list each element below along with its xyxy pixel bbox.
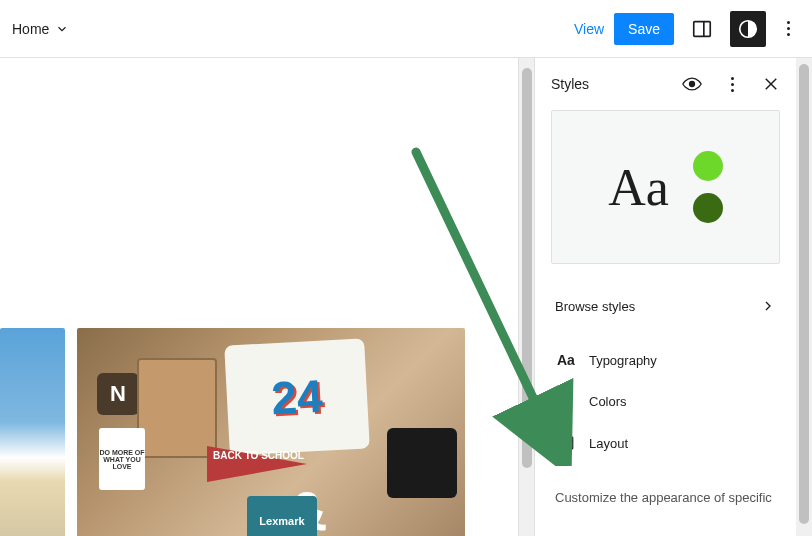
- image-decor: 24: [224, 338, 370, 455]
- image-decor: N: [97, 373, 139, 415]
- dot-icon: [787, 21, 790, 24]
- dot-icon: [731, 89, 734, 92]
- image-decor: [387, 428, 457, 498]
- canvas-image[interactable]: [0, 328, 65, 536]
- settings-sidebar-toggle[interactable]: [684, 11, 720, 47]
- styles-toggle[interactable]: [730, 11, 766, 47]
- eye-icon[interactable]: [682, 74, 702, 94]
- panel-more-button[interactable]: [720, 77, 744, 92]
- canvas-image[interactable]: N DO MORE OF WHAT YOU LOVE 24 BACK TO SC…: [77, 328, 465, 536]
- image-decor: BACK TO SCHOOL: [213, 450, 304, 461]
- top-toolbar: Home View Save: [0, 0, 812, 58]
- close-icon[interactable]: [762, 75, 780, 93]
- image-decor: Lexmark: [247, 496, 317, 536]
- dot-icon: [787, 33, 790, 36]
- svg-point-3: [690, 82, 695, 87]
- svg-rect-6: [559, 437, 573, 449]
- chevron-down-icon: [55, 22, 69, 36]
- sidebar-scrollbar[interactable]: [796, 58, 812, 536]
- save-button[interactable]: Save: [614, 13, 674, 45]
- section-typography[interactable]: Aa Typography: [555, 340, 776, 380]
- image-decor: [137, 358, 217, 458]
- scrollbar-thumb[interactable]: [522, 68, 532, 468]
- browse-styles-row[interactable]: Browse styles: [535, 284, 796, 328]
- helper-text: Customize the appearance of specific: [535, 476, 796, 505]
- section-label: Typography: [589, 353, 657, 368]
- dot-icon: [787, 27, 790, 30]
- style-preview-card[interactable]: Aa: [551, 110, 780, 264]
- layout-icon: [557, 434, 575, 452]
- styles-sidebar: Styles Aa: [534, 58, 812, 536]
- page-dropdown[interactable]: Home: [12, 21, 69, 37]
- droplet-icon: [557, 392, 575, 410]
- chevron-right-icon: [760, 298, 776, 314]
- svg-rect-0: [694, 21, 711, 36]
- canvas-scrollbar[interactable]: [518, 58, 534, 536]
- editor-canvas[interactable]: N DO MORE OF WHAT YOU LOVE 24 BACK TO SC…: [0, 58, 534, 536]
- page-label: Home: [12, 21, 49, 37]
- typography-sample: Aa: [608, 158, 669, 217]
- image-decor: DO MORE OF WHAT YOU LOVE: [99, 428, 145, 490]
- browse-styles-label: Browse styles: [555, 299, 635, 314]
- swatch-dark: [693, 193, 723, 223]
- style-sections: Aa Typography Colors Layout: [535, 328, 796, 476]
- sidebar-icon: [691, 18, 713, 40]
- typography-icon: Aa: [557, 352, 575, 368]
- section-label: Colors: [589, 394, 627, 409]
- toolbar-actions: View Save: [574, 11, 800, 47]
- section-label: Layout: [589, 436, 628, 451]
- scrollbar-thumb[interactable]: [799, 64, 809, 524]
- dot-icon: [731, 77, 734, 80]
- panel-header: Styles: [535, 58, 796, 110]
- section-colors[interactable]: Colors: [555, 380, 776, 422]
- color-swatches: [693, 151, 723, 223]
- panel-title: Styles: [551, 76, 589, 92]
- view-link[interactable]: View: [574, 21, 604, 37]
- swatch-light: [693, 151, 723, 181]
- section-layout[interactable]: Layout: [555, 422, 776, 464]
- canvas-image-row: N DO MORE OF WHAT YOU LOVE 24 BACK TO SC…: [0, 328, 465, 536]
- dot-icon: [731, 83, 734, 86]
- contrast-icon: [737, 18, 759, 40]
- more-menu-button[interactable]: [776, 21, 800, 36]
